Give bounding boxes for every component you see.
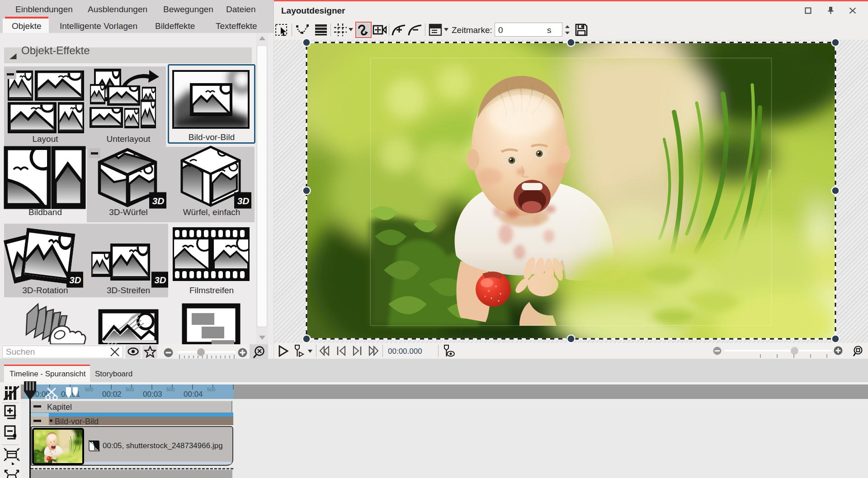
svg-text:A: A <box>90 441 94 446</box>
svg-text:B: B <box>94 445 98 451</box>
